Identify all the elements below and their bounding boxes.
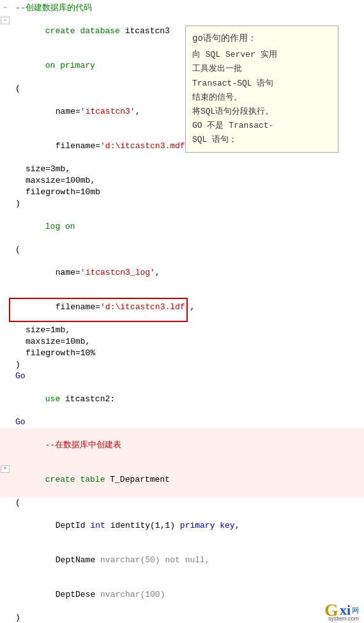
gutter-20 [0,382,10,383]
code-25: DeptId int identity(1,1) primary key, [13,509,364,543]
tooltip-body: 向 SQL Server 实用 工具发出一批 Transact-SQL 语句 结… [192,48,331,147]
code-1: --创建数据库的代码 [13,3,364,14]
gutter-26 [0,543,10,544]
gutter-9 [0,187,10,187]
watermark-url: system.com [328,615,359,622]
gutter-1: – [0,3,10,11]
line-14: filename='d:\itcastcn3.ldf', [0,290,364,325]
tooltip-box: go语句的作用： 向 SQL Server 实用 工具发出一批 Transact… [185,26,338,153]
watermark: G xi 网 system.com [324,600,359,620]
code-area: go语句的作用： 向 SQL Server 实用 工具发出一批 Transact… [0,0,364,623]
code-10: ) [13,198,364,210]
line-15: size=1mb, [0,325,364,336]
line-16: maxsize=10mb, [0,336,364,348]
line-17: filegrowth=10% [0,348,364,359]
line-23: + create table T_Department [0,463,364,497]
gutter-8 [0,175,10,176]
gutter-19 [0,371,10,371]
code-8: maxsize=100mb, [13,175,364,187]
gutter-5 [0,95,10,95]
gutter-25 [0,509,10,509]
line-27: DeptDese nvarchar(100) [0,578,364,612]
code-17: filegrowth=10% [13,348,364,359]
code-28: ) [13,612,364,623]
code-24: ( [13,497,364,509]
gutter-6 [0,129,10,130]
code-23: create table T_Department [13,463,364,497]
gutter-11 [0,210,10,210]
gutter-23: + [0,463,10,473]
code-19: Go [13,371,364,382]
line-25: DeptId int identity(1,1) primary key, [0,509,364,543]
line-10: ) [0,198,364,210]
gutter-14 [0,290,10,291]
line-1: – --创建数据库的代码 [0,3,364,14]
gutter-16 [0,336,10,337]
watermark-label: 网 [352,606,359,615]
code-21: Go [13,417,364,428]
gutter-24 [0,497,10,498]
line-26: DeptName nvarchar(50) not null, [0,543,364,578]
gutter-27 [0,578,10,578]
code-26: DeptName nvarchar(50) not null, [13,543,364,578]
gutter-18 [0,359,10,360]
line-20: use itcastcn2: [0,382,364,417]
line-28: ) [0,612,364,623]
tooltip-title: go语句的作用： [192,31,331,45]
gutter-2: – [0,14,10,24]
code-12: ( [13,244,364,256]
gutter-3 [0,49,10,49]
gutter-28 [0,612,10,613]
code-22: --在数据库中创建表 [13,428,364,463]
code-9: filegrowth=10mb [13,187,364,198]
line-7: size=3mb, [0,164,364,175]
code-11: log on [13,210,364,244]
line-13: name='itcastcn3_log', [0,256,364,290]
gutter-15 [0,325,10,325]
code-13: name='itcastcn3_log', [13,256,364,290]
code-20: use itcastcn2: [13,382,364,417]
line-11: log on [0,210,364,244]
gutter-21 [0,417,10,417]
code-16: maxsize=10mb, [13,336,364,348]
code-27: DeptDese nvarchar(100) [13,578,364,612]
code-7: size=3mb, [13,164,364,175]
line-18: ) [0,359,364,371]
line-21: Go [0,417,364,428]
line-8: maxsize=100mb, [0,175,364,187]
gutter-10 [0,198,10,199]
line-12: ( [0,244,364,256]
gutter-13 [0,256,10,256]
gutter-4 [0,83,10,84]
line-9: filegrowth=10mb [0,187,364,198]
code-15: size=1mb, [13,325,364,336]
code-14: filename='d:\itcastcn3.ldf', [13,290,364,325]
gutter-12 [0,244,10,245]
gutter-7 [0,164,10,164]
collapse-btn-2[interactable]: – [1,17,10,24]
line-24: ( [0,497,364,509]
collapse-btn-23[interactable]: + [1,465,10,473]
gutter-22 [0,428,10,429]
gutter-17 [0,348,10,348]
line-19: Go [0,371,364,382]
code-18: ) [13,359,364,371]
line-22: --在数据库中创建表 [0,428,364,463]
